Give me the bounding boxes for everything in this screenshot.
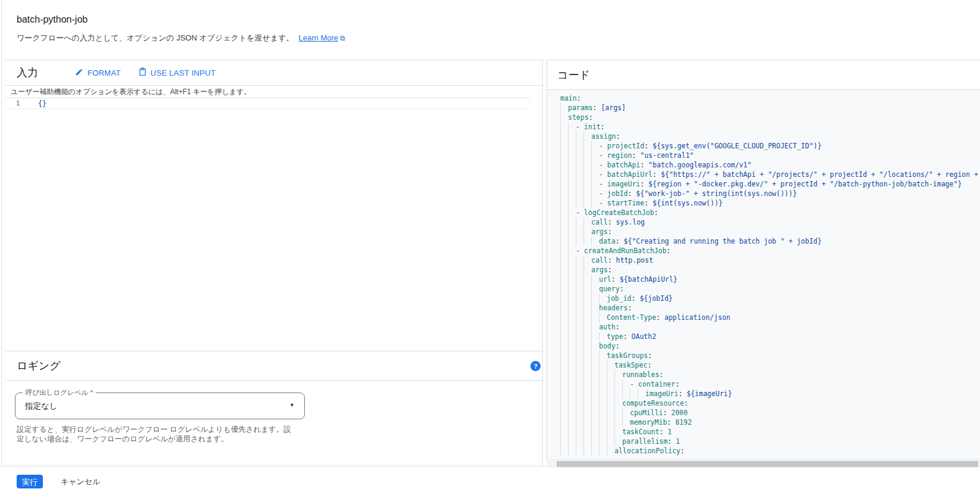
actions-divider — [0, 466, 547, 466]
code-line: params: [args] — [560, 103, 980, 113]
logging-section-title: ロギング — [17, 359, 61, 373]
json-input-editor[interactable]: ユーザー補助機能のオプションを表示するには、Alt+F1 キーを押します。 1 … — [6, 86, 530, 351]
code-line: - batchApi: "batch.googleapis.com/v1" — [560, 160, 980, 170]
input-panel-header: 入力 FORMAT USE LAST INPUT — [6, 60, 542, 86]
run-workflow-dialog: { "page": { "title": "batch-python-job",… — [0, 0, 980, 492]
use-last-input-button-label: USE LAST INPUT — [151, 68, 216, 77]
code-line: - logCreateBatchJob: — [560, 208, 980, 217]
code-line: args: — [560, 227, 980, 236]
code-panel-title: コード — [557, 68, 590, 82]
editor-value: {} — [38, 99, 46, 108]
code-line: computeResource: — [560, 398, 980, 408]
code-panel-header: コード — [547, 60, 980, 90]
code-line: - batchApiUrl: ${"https://" + batchApi +… — [560, 170, 980, 179]
help-icon[interactable]: ? — [530, 361, 541, 371]
code-line: Content-Type: application/json — [560, 313, 980, 322]
use-last-input-button[interactable]: USE LAST INPUT — [139, 67, 216, 78]
code-line: body: — [560, 341, 980, 351]
action-bar: 実行 キャンセル — [17, 475, 101, 488]
editor-accessibility-hint: ユーザー補助機能のオプションを表示するには、Alt+F1 キーを押します。 — [6, 86, 530, 98]
line-number: 1 — [6, 99, 30, 107]
code-line: url: ${batchApiUrl} — [560, 275, 980, 284]
code-line: cpuMilli: 2000 — [560, 408, 980, 418]
code-line: call: sys.log — [560, 217, 980, 227]
editor-line: 1 {} — [6, 98, 530, 109]
code-line: parallelism: 1 — [560, 437, 980, 446]
learn-more-link[interactable]: Learn More — [299, 33, 338, 42]
code-line: - jobId: ${"work-job-" + string(int(sys.… — [560, 189, 980, 198]
format-button-label: FORMAT — [88, 68, 121, 77]
code-line: - imageUri: ${region + "-docker.pkg.dev/… — [560, 179, 980, 189]
code-line: - region: "us-central1" — [560, 151, 980, 160]
pen-icon — [75, 68, 83, 78]
code-panel: コード main:params: [args]steps:- init:assi… — [547, 60, 980, 459]
code-line: - init: — [560, 122, 980, 132]
code-horizontal-scrollbar-thumb[interactable] — [557, 461, 978, 467]
code-line: runnables: — [560, 370, 980, 379]
log-level-helper-text: 設定すると、実行ログレベルがワークフロー ログレベルよりも優先されます。設定しな… — [17, 425, 292, 444]
code-line: - container: — [560, 379, 980, 389]
code-line: headers: — [560, 303, 980, 313]
code-horizontal-scrollbar-track — [547, 459, 980, 468]
code-line: type: OAuth2 — [560, 332, 980, 341]
code-line: query: — [560, 284, 980, 294]
code-line: call: http.post — [560, 256, 980, 265]
code-line: taskSpec: — [560, 360, 980, 370]
call-log-level-select[interactable]: 呼び出しログレベル * 指定なし ▼ — [15, 393, 305, 419]
run-button[interactable]: 実行 — [17, 475, 43, 488]
input-panel-title: 入力 — [17, 66, 38, 80]
call-log-level-label: 呼び出しログレベル * — [23, 388, 96, 397]
code-line: job_id: ${jobId} — [560, 294, 980, 303]
call-log-level-value: 指定なし — [25, 401, 58, 412]
code-line: memoryMib: 8192 — [560, 418, 980, 427]
code-line: main: — [560, 94, 980, 103]
code-line: - projectId: ${sys.get_env("GOOGLE_CLOUD… — [560, 141, 980, 151]
dialog-left-border — [1, 0, 2, 466]
code-line: imageUri: ${imageUri} — [560, 389, 980, 398]
logging-section-header: ロギング ? — [6, 351, 542, 381]
code-editor[interactable]: main:params: [args]steps:- init:assign:-… — [547, 90, 980, 459]
page-subtitle-text: ワークフローへの入力として、オプションの JSON オブジェクトを渡せます。 — [17, 33, 294, 42]
code-line: args: — [560, 265, 980, 275]
code-line: data: ${"Creating and running the batch … — [560, 236, 980, 246]
code-line: assign: — [560, 132, 980, 141]
page-subtitle: ワークフローへの入力として、オプションの JSON オブジェクトを渡せます。Le… — [17, 33, 345, 43]
input-panel: 入力 FORMAT USE LAST INPUT ユーザー補助機能のオプションを… — [6, 60, 543, 466]
help-icon-glyph: ? — [533, 363, 538, 370]
cancel-button[interactable]: キャンセル — [61, 477, 101, 487]
chevron-down-icon: ▼ — [289, 402, 295, 408]
code-line: taskGroups: — [560, 351, 980, 360]
code-line: taskCount: 1 — [560, 427, 980, 437]
code-line: - createAndRunBatchJob: — [560, 246, 980, 256]
external-link-icon: ⧉ — [340, 34, 345, 42]
code-line: - startTime: ${int(sys.now())} — [560, 198, 980, 208]
code-line: steps: — [560, 113, 980, 122]
code-line: auth: — [560, 322, 980, 332]
page-title: batch-python-job — [17, 14, 345, 25]
code-line: allocationPolicy: — [560, 446, 980, 456]
format-button[interactable]: FORMAT — [75, 68, 121, 78]
clipboard-icon — [139, 67, 146, 78]
logging-form: 呼び出しログレベル * 指定なし ▼ 設定すると、実行ログレベルがワークフロー … — [6, 381, 542, 466]
dialog-header: batch-python-job ワークフローへの入力として、オプションの JS… — [17, 14, 345, 43]
